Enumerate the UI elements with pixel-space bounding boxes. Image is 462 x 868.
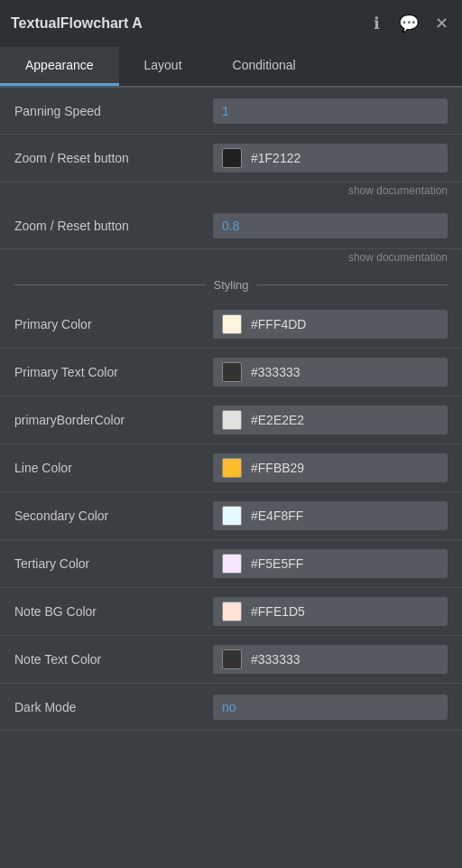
styling-divider-label: Styling <box>213 278 248 292</box>
primary-border-color-row: primaryBorderColor #E2E2E2 <box>0 397 462 444</box>
dark-mode-value <box>213 695 448 720</box>
note-text-color-hex: #333333 <box>251 652 300 667</box>
zoom-reset-doc-link-2[interactable]: show documentation <box>348 251 448 264</box>
note-text-color-field[interactable]: #333333 <box>213 645 448 674</box>
secondary-color-value: #E4F8FF <box>213 501 448 530</box>
tertiary-color-label: Tertiary Color <box>14 556 213 571</box>
note-bg-color-row: Note BG Color #FFE1D5 <box>0 588 462 636</box>
zoom-reset-opacity-row: Zoom / Reset button <box>0 202 462 249</box>
primary-text-color-hex: #333333 <box>251 365 300 379</box>
dark-mode-input[interactable] <box>213 695 448 720</box>
note-bg-color-value: #FFE1D5 <box>213 597 448 626</box>
primary-color-row: Primary Color #FFF4DD <box>0 301 462 349</box>
styling-divider: Styling <box>0 269 462 301</box>
primary-border-color-hex: #E2E2E2 <box>251 413 304 427</box>
panning-speed-input[interactable] <box>213 98 448 124</box>
tertiary-color-row: Tertiary Color #F5E5FF <box>0 540 462 588</box>
tab-conditional[interactable]: Conditional <box>208 47 321 86</box>
title-bar-icons: ℹ 💬 ✕ <box>366 14 451 33</box>
tab-appearance[interactable]: Appearance <box>0 47 119 86</box>
dark-mode-row: Dark Mode <box>0 684 462 731</box>
panning-speed-row: Panning Speed <box>0 88 462 135</box>
tab-layout[interactable]: Layout <box>119 47 208 86</box>
app-title: TextualFlowchart A <box>11 15 143 32</box>
zoom-reset-color-field[interactable]: #1F2122 <box>213 144 448 173</box>
primary-color-swatch <box>222 314 242 334</box>
line-color-row: Line Color #FFBB29 <box>0 444 462 492</box>
zoom-reset-color-row: Zoom / Reset button #1F2122 <box>0 135 462 182</box>
zoom-reset-opacity-value <box>213 213 448 238</box>
tertiary-color-swatch <box>222 554 242 574</box>
secondary-color-hex: #E4F8FF <box>251 509 303 523</box>
primary-color-label: Primary Color <box>14 317 213 331</box>
primary-text-color-field[interactable]: #333333 <box>213 358 448 387</box>
primary-text-color-value: #333333 <box>213 358 448 387</box>
title-bar: TextualFlowchart A ℹ 💬 ✕ <box>0 0 462 47</box>
note-text-color-label: Note Text Color <box>14 652 213 667</box>
note-text-color-swatch <box>222 649 242 669</box>
secondary-color-label: Secondary Color <box>14 509 213 523</box>
line-color-hex: #FFBB29 <box>251 461 304 475</box>
zoom-reset-color-hex: #1F2122 <box>251 151 300 165</box>
note-bg-color-swatch <box>222 602 242 621</box>
primary-text-color-row: Primary Text Color #333333 <box>0 349 462 397</box>
note-bg-color-hex: #FFE1D5 <box>251 604 305 619</box>
panning-speed-value <box>213 98 448 124</box>
note-text-color-value: #333333 <box>213 645 448 674</box>
tertiary-color-value: #F5E5FF <box>213 549 448 578</box>
close-icon[interactable]: ✕ <box>431 14 451 33</box>
line-color-label: Line Color <box>14 461 213 475</box>
divider-line-right <box>256 285 448 285</box>
zoom-reset-doc-row-2: show documentation <box>0 249 462 269</box>
zoom-reset-opacity-input[interactable] <box>213 213 448 238</box>
note-bg-color-label: Note BG Color <box>14 604 213 619</box>
zoom-reset-color-swatch <box>222 148 242 168</box>
info-icon[interactable]: ℹ <box>366 14 386 33</box>
secondary-color-row: Secondary Color #E4F8FF <box>0 492 462 540</box>
secondary-color-swatch <box>222 506 242 526</box>
zoom-reset-color-value: #1F2122 <box>213 144 448 173</box>
primary-border-color-swatch <box>222 410 242 430</box>
tertiary-color-field[interactable]: #F5E5FF <box>213 549 448 578</box>
zoom-reset-color-label: Zoom / Reset button <box>14 151 213 165</box>
primary-text-color-label: Primary Text Color <box>14 365 213 379</box>
comment-icon[interactable]: 💬 <box>399 14 419 33</box>
primary-color-field[interactable]: #FFF4DD <box>213 310 448 339</box>
zoom-reset-doc-link-1[interactable]: show documentation <box>348 184 448 197</box>
line-color-swatch <box>222 458 242 478</box>
tabs-bar: Appearance Layout Conditional <box>0 47 462 88</box>
primary-border-color-value: #E2E2E2 <box>213 406 448 434</box>
primary-border-color-field[interactable]: #E2E2E2 <box>213 406 448 434</box>
secondary-color-field[interactable]: #E4F8FF <box>213 501 448 530</box>
divider-line-left <box>14 285 206 285</box>
note-bg-color-field[interactable]: #FFE1D5 <box>213 597 448 626</box>
zoom-reset-opacity-label: Zoom / Reset button <box>14 219 213 233</box>
primary-color-hex: #FFF4DD <box>251 317 306 331</box>
primary-border-color-label: primaryBorderColor <box>14 413 213 427</box>
primary-text-color-swatch <box>222 362 242 382</box>
primary-color-value: #FFF4DD <box>213 310 448 339</box>
zoom-reset-doc-row-1: show documentation <box>0 182 462 202</box>
line-color-field[interactable]: #FFBB29 <box>213 453 448 482</box>
tertiary-color-hex: #F5E5FF <box>251 556 303 571</box>
content-area: Panning Speed Zoom / Reset button #1F212… <box>0 88 462 867</box>
line-color-value: #FFBB29 <box>213 453 448 482</box>
note-text-color-row: Note Text Color #333333 <box>0 636 462 684</box>
dark-mode-label: Dark Mode <box>14 700 213 714</box>
panning-speed-label: Panning Speed <box>14 104 213 118</box>
